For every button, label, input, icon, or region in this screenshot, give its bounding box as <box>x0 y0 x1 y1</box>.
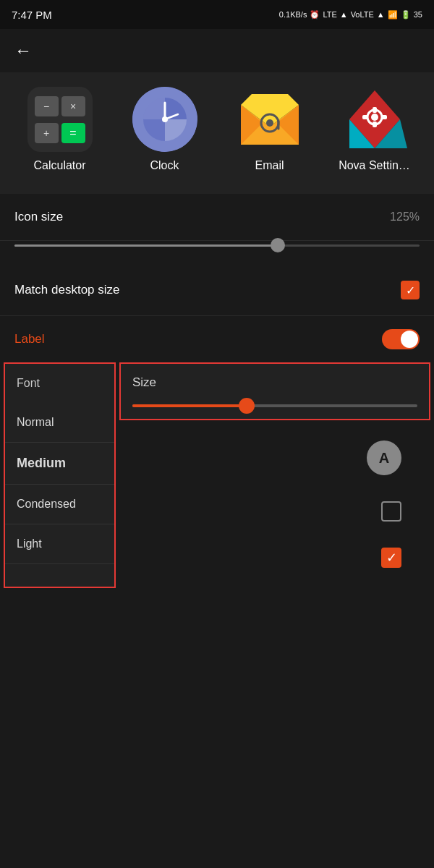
svg-point-9 <box>266 119 273 127</box>
clock-icon <box>132 87 197 152</box>
font-item-light[interactable]: Light <box>5 524 114 564</box>
nova-svg <box>342 87 407 152</box>
empty-checkbox-row <box>127 488 423 535</box>
svg-rect-16 <box>373 107 377 113</box>
svg-point-3 <box>162 116 168 122</box>
app-preview: − × + = Calculator Clock <box>0 72 434 194</box>
calculator-icon: − × + = <box>27 87 93 152</box>
email-icon <box>237 87 302 152</box>
icon-size-fill <box>14 244 278 247</box>
empty-checkbox[interactable] <box>381 501 401 522</box>
icon-size-value: 125% <box>390 210 420 224</box>
circle-a-indicator: A <box>367 441 401 475</box>
label-row: Label <box>0 316 434 362</box>
data-speed: 0.1KB/s <box>279 10 307 19</box>
app-item-email[interactable]: Email <box>226 87 313 172</box>
email-label: Email <box>255 159 284 172</box>
calc-minus: − <box>35 96 59 116</box>
wifi-icon: 📶 <box>388 10 398 20</box>
filled-checkbox[interactable]: ✓ <box>381 548 401 568</box>
app-item-nova[interactable]: Nova Settin… <box>331 87 418 172</box>
svg-rect-18 <box>362 115 368 119</box>
email-svg <box>237 90 302 148</box>
settings-section: Icon size 125% Match desktop size ✓ Labe… <box>0 194 434 362</box>
match-desktop-row: Match desktop size ✓ <box>0 265 434 316</box>
label-toggle[interactable] <box>382 329 420 349</box>
svg-point-15 <box>371 114 378 121</box>
status-icons: 0.1KB/s ⏰ LTE ▲ VoLTE ▲ 📶 🔋 35 <box>279 10 422 20</box>
size-right-area: Size A ✓ <box>116 362 434 588</box>
svg-rect-17 <box>373 122 377 127</box>
match-desktop-label: Match desktop size <box>14 283 120 297</box>
app-item-calculator[interactable]: − × + = Calculator <box>17 87 103 172</box>
circle-a-row: A <box>127 427 423 488</box>
calculator-label: Calculator <box>33 159 85 172</box>
icon-size-slider-container[interactable] <box>0 244 434 265</box>
lte-icon: LTE <box>323 10 336 19</box>
nova-label: Nova Settin… <box>339 159 410 172</box>
calc-plus: + <box>35 123 59 143</box>
svg-rect-19 <box>381 115 387 119</box>
battery-level: 35 <box>414 10 422 19</box>
nova-icon <box>342 87 407 152</box>
font-panel-title: Font <box>17 377 40 389</box>
right-items-below: A ✓ <box>116 420 434 588</box>
icon-size-thumb[interactable] <box>271 238 285 252</box>
status-time: 7:47 PM <box>12 9 52 21</box>
calc-multiply: × <box>61 96 85 116</box>
size-panel: Size <box>119 362 430 420</box>
lte-icon2: VoLTE <box>351 10 374 19</box>
font-panel-header: Font <box>5 364 114 403</box>
size-slider-fill <box>132 404 247 407</box>
alarm-icon: ⏰ <box>310 10 320 20</box>
calc-equals: = <box>61 123 85 143</box>
font-item-condensed[interactable]: Condensed <box>5 485 114 524</box>
battery-icon: 🔋 <box>401 10 411 20</box>
signal-icon2: ▲ <box>377 10 385 19</box>
font-panel: Font Normal Medium Condensed Light <box>4 362 116 588</box>
top-nav: ← <box>0 29 434 72</box>
match-desktop-checkbox[interactable]: ✓ <box>401 281 420 299</box>
filled-checkbox-row: ✓ <box>127 535 423 581</box>
size-label: Size <box>132 375 417 390</box>
icon-size-track <box>14 244 420 247</box>
clock-label: Clock <box>150 159 179 172</box>
size-slider-thumb[interactable] <box>239 398 255 414</box>
signal-icon1: ▲ <box>340 10 348 19</box>
size-slider-track[interactable] <box>132 404 417 407</box>
font-size-wrapper: Font Normal Medium Condensed Light Size <box>0 362 434 588</box>
font-item-medium[interactable]: Medium <box>5 443 114 485</box>
back-button[interactable]: ← <box>14 41 32 61</box>
icon-size-row: Icon size 125% <box>0 194 434 241</box>
icon-size-label: Icon size <box>14 210 63 224</box>
toggle-knob <box>401 331 418 348</box>
label-toggle-label: Label <box>14 332 45 346</box>
app-item-clock[interactable]: Clock <box>122 87 208 172</box>
font-item-normal[interactable]: Normal <box>5 403 114 443</box>
clock-svg <box>132 87 197 152</box>
status-bar: 7:47 PM 0.1KB/s ⏰ LTE ▲ VoLTE ▲ 📶 🔋 35 <box>0 0 434 29</box>
